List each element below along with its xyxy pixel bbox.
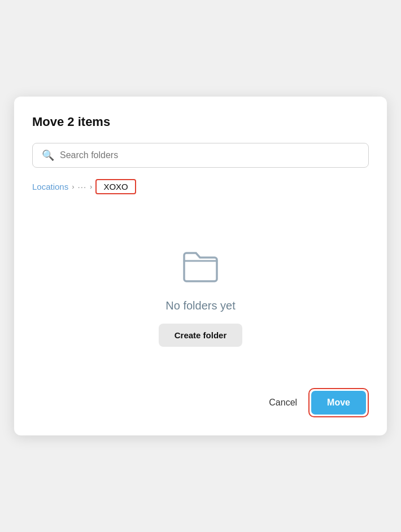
move-button[interactable]: Move <box>311 391 366 415</box>
empty-state: No folders yet Create folder <box>32 212 369 374</box>
breadcrumb-current-folder[interactable]: XOXO <box>95 179 136 194</box>
move-button-wrapper: Move <box>308 388 369 417</box>
empty-state-message: No folders yet <box>165 299 235 312</box>
search-icon: 🔍 <box>42 149 54 162</box>
breadcrumb-chevron-icon-2: › <box>90 182 92 191</box>
search-bar: 🔍 <box>32 143 369 168</box>
breadcrumb-locations[interactable]: Locations <box>32 182 68 191</box>
breadcrumb-ellipsis[interactable]: ··· <box>78 182 87 191</box>
folder-icon <box>181 250 220 290</box>
modal-footer: Cancel Move <box>32 374 369 417</box>
move-dialog: Move 2 items 🔍 Locations › ··· › XOXO No… <box>14 97 387 435</box>
search-input[interactable] <box>60 150 359 160</box>
breadcrumb: Locations › ··· › XOXO <box>32 179 369 194</box>
cancel-button[interactable]: Cancel <box>269 398 297 408</box>
create-folder-button[interactable]: Create folder <box>159 324 243 347</box>
modal-title: Move 2 items <box>32 115 369 129</box>
breadcrumb-chevron-icon: › <box>72 182 74 191</box>
